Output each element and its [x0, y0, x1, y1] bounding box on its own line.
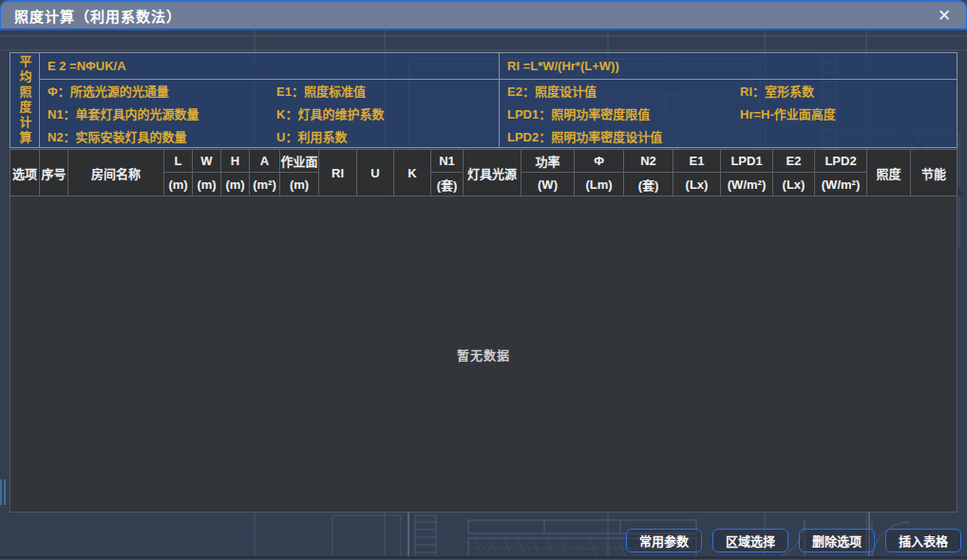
column-header-phi: Φ(Lm) [575, 150, 624, 196]
column-header-u: U [357, 150, 394, 196]
illuminance-calc-dialog: 照度计算（利用系数法） ✕ 平均照度计算 E 2 =NΦUK/A RI =L*W… [0, 0, 967, 560]
column-header-k: K [394, 150, 431, 196]
column-header-l: L(m) [164, 150, 193, 196]
formula-ri: RI =L*W/(Hr*(L+W)) [499, 53, 957, 79]
formula-row: E 2 =NΦUK/A RI =L*W/(Hr*(L+W)) [40, 53, 957, 80]
column-header-select: 选项 [10, 150, 40, 196]
column-header-e1: E1(Lx) [673, 150, 721, 196]
column-header-a: A(m²) [250, 150, 280, 196]
column-header-w: W(m) [193, 150, 221, 196]
definition-n1: N1：单套灯具内的光源数量 [40, 103, 269, 125]
column-header-h: H(m) [221, 150, 250, 196]
formula-e2: E 2 =NΦUK/A [40, 53, 499, 79]
delete-option-button[interactable]: 删除选项 [799, 529, 875, 552]
definition-n2: N2：实际安装灯具的数量 [40, 124, 269, 147]
definition-phi: Φ：所选光源的光通量 [40, 80, 269, 103]
definition-lpd2: LPD2：照明功率密度设计值 [499, 124, 732, 147]
title-bar: 照度计算（利用系数法） ✕ [0, 0, 967, 30]
definition-empty [732, 124, 957, 147]
definition-ri: RI：室形系数 [732, 80, 957, 103]
definition-e1: E1：照度标准值 [269, 80, 499, 103]
column-header-index: 序号 [40, 150, 68, 196]
column-header-power: 功率(W) [521, 150, 575, 196]
column-header-work-plane: 作业面(m) [280, 150, 319, 196]
definition-hr: Hr=H-作业面高度 [732, 103, 957, 125]
close-icon[interactable]: ✕ [934, 5, 955, 26]
dialog-bottom-border [0, 556, 967, 560]
column-header-lpd2: LPD2(W/m²) [815, 150, 867, 196]
column-header-ri: RI [319, 150, 357, 196]
insert-table-button[interactable]: 插入表格 [885, 529, 961, 552]
empty-state-text: 暂无数据 [457, 345, 510, 364]
dialog-title: 照度计算（利用系数法） [14, 6, 181, 26]
common-parameters-button[interactable]: 常用参数 [626, 529, 702, 552]
column-header-lpd1: LPD1(W/m²) [721, 150, 773, 196]
formula-panel: 平均照度计算 E 2 =NΦUK/A RI =L*W/(Hr*(L+W)) Φ：… [9, 52, 958, 148]
column-header-energy-saving: 节能 [911, 150, 957, 196]
column-header-n2: N2(套) [624, 150, 673, 196]
definitions-grid: Φ：所选光源的光通量 E1：照度标准值 E2：照度设计值 RI：室形系数 N1：… [40, 80, 957, 147]
definition-k: K：灯具的维护系数 [269, 103, 499, 125]
table-header: 选项 序号 房间名称 L(m) W(m) H(m) A(m²) 作业面(m) R… [9, 149, 958, 196]
column-header-room-name: 房间名称 [68, 150, 164, 196]
footer-button-row: 常用参数 区域选择 删除选项 插入表格 [626, 529, 961, 552]
column-header-luminaire: 灯具光源 [464, 150, 521, 196]
definition-u: U：利用系数 [269, 124, 499, 147]
column-header-e2: E2(Lx) [773, 150, 815, 196]
area-select-button[interactable]: 区域选择 [712, 529, 788, 552]
column-header-illuminance: 照度 [867, 150, 911, 196]
column-header-n1: N1(套) [431, 150, 464, 196]
definition-e2: E2：照度设计值 [499, 80, 732, 103]
definition-lpd1: LPD1：照明功率密度限值 [499, 103, 732, 125]
table-body: 暂无数据 [9, 196, 958, 513]
formula-main: E 2 =NΦUK/A RI =L*W/(Hr*(L+W)) Φ：所选光源的光通… [40, 53, 957, 147]
panel-side-label: 平均照度计算 [10, 53, 40, 147]
